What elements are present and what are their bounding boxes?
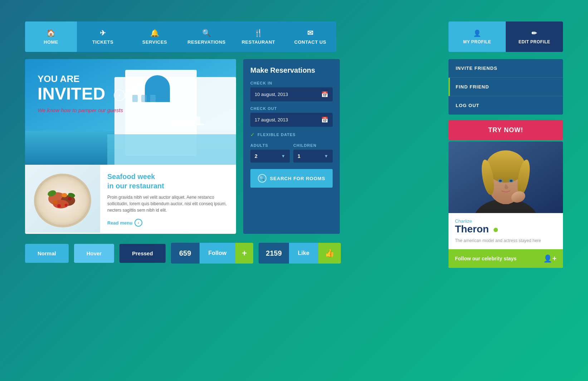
celebrity-last-name: Theron: [455, 224, 557, 235]
hero-text: YOU ARE INVITED › We know how to pamper …: [38, 73, 125, 113]
restaurant-icon: 🍴: [254, 29, 263, 37]
checkout-input[interactable]: 17 august, 2013 📅: [250, 113, 333, 127]
reservation-title: Make Reservations: [250, 66, 333, 74]
svg-point-32: [53, 201, 58, 204]
nav-label-services: SERVICES: [142, 39, 167, 45]
main-nav: 🏠 HOME ✈ TICKETS 🔔 SERVICES 🔍 RESERVATIO…: [25, 21, 336, 52]
svg-point-35: [68, 197, 72, 201]
svg-rect-17: [145, 88, 170, 102]
hero-tagline: We know how to pamper our guests: [38, 107, 125, 113]
news-content: Seafood weekin our restaurant Proin grav…: [100, 165, 236, 234]
adults-select[interactable]: 2 ▼: [250, 150, 290, 163]
nav-item-restaurant[interactable]: 🍴 RESTAURANT: [232, 21, 284, 52]
nav-item-reservations[interactable]: 🔍 RESERVATIONS: [181, 21, 232, 52]
my-profile-icon: 👤: [473, 29, 481, 37]
checkout-calendar-icon: 📅: [321, 116, 328, 123]
nav-item-contact[interactable]: ✉ CONTACT US: [284, 21, 336, 52]
checkin-calendar-icon: 📅: [321, 91, 328, 98]
home-icon: 🏠: [46, 29, 56, 37]
read-menu-link[interactable]: Read menu ›: [107, 219, 229, 227]
edit-profile-label: EDIT PROFILE: [519, 39, 550, 44]
checkin-label: CHECK IN: [250, 81, 333, 85]
checkout-value: 17 august, 2013: [255, 117, 288, 122]
pressed-button[interactable]: Pressed: [119, 244, 165, 263]
nav-label-tickets: TICKETS: [92, 39, 113, 45]
news-card: Seafood weekin our restaurant Proin grav…: [25, 165, 236, 234]
flexible-dates[interactable]: ✓ FLEXIBLE DATES: [250, 132, 333, 138]
my-profile-button[interactable]: 👤 MY PROFILE: [449, 21, 506, 52]
children-select[interactable]: 1 ▼: [293, 150, 333, 163]
adults-value: 2: [255, 153, 258, 159]
follow-plus-button[interactable]: +: [235, 243, 253, 264]
children-value: 1: [298, 153, 300, 159]
follow-count: 659: [171, 243, 200, 264]
try-now-button[interactable]: TRY NOW!: [449, 120, 563, 140]
nav-item-tickets[interactable]: ✈ TICKETS: [77, 21, 129, 52]
checkin-value: 10 august, 2013: [255, 92, 288, 97]
children-label: CHILDREN: [293, 143, 333, 148]
thumbs-up-icon: 👍: [325, 249, 334, 258]
news-image: [25, 165, 100, 233]
checkout-label: CHECK OUT: [250, 106, 333, 111]
hero-line2: INVITED ›: [38, 85, 125, 103]
celebrity-description: The american model and actress stayed he…: [455, 238, 557, 244]
celebrity-follow-label: Follow our celebrity stays: [455, 256, 516, 261]
nav-label-home: HOME: [44, 39, 58, 45]
sidebar-menu: INVITE FRIENDS FIND FRIEND LOG OUT: [449, 59, 563, 115]
like-thumb-button[interactable]: 👍: [318, 243, 341, 264]
celebrity-follow-bar[interactable]: Follow our celebrity stays 👤+: [449, 249, 563, 268]
svg-point-9: [499, 180, 502, 182]
nav-item-home[interactable]: 🏠 HOME: [25, 21, 77, 52]
read-menu-arrow: ›: [134, 219, 142, 227]
left-content: YOU ARE INVITED › We know how to pamper …: [25, 59, 236, 234]
hero-line1: YOU ARE: [38, 73, 125, 85]
sidebar-find-friend[interactable]: FIND FRIEND: [449, 78, 563, 96]
nav-label-restaurant: RESTAURANT: [242, 39, 275, 45]
follow-widget: 659 Follow +: [171, 243, 254, 264]
svg-point-34: [65, 204, 68, 207]
add-user-icon: 👤+: [543, 254, 557, 263]
tickets-icon: ✈: [100, 29, 106, 37]
sidebar-invite-friends[interactable]: INVITE FRIENDS: [449, 59, 563, 78]
like-count: 2159: [259, 243, 289, 264]
adults-dropdown-icon: ▼: [281, 154, 285, 159]
checkin-input[interactable]: 10 august, 2013 📅: [250, 87, 333, 101]
nav-item-services[interactable]: 🔔 SERVICES: [129, 21, 181, 52]
reservations-icon: 🔍: [202, 29, 211, 37]
sidebar-log-out[interactable]: LOG OUT: [449, 96, 563, 115]
svg-point-33: [57, 204, 61, 208]
edit-profile-icon: ✏: [531, 29, 537, 37]
reservation-panel: Make Reservations CHECK IN 10 august, 20…: [243, 59, 340, 234]
edit-profile-button[interactable]: ✏ EDIT PROFILE: [506, 21, 563, 52]
children-field: CHILDREN 1 ▼: [293, 143, 333, 163]
hero-arrow-button[interactable]: ›: [114, 90, 125, 101]
svg-rect-18: [107, 134, 236, 165]
flexible-dates-label: FLEXIBLE DATES: [258, 132, 296, 137]
celebrity-first-name: Charlize: [455, 218, 557, 224]
flexible-dates-check-icon: ✓: [250, 132, 255, 138]
svg-rect-23: [150, 95, 156, 102]
profile-nav: 👤 MY PROFILE ✏ EDIT PROFILE: [449, 21, 563, 52]
search-icon: 🔍: [258, 174, 266, 183]
nav-label-reservations: RESERVATIONS: [187, 39, 225, 45]
search-rooms-button[interactable]: 🔍 SEARCH FOR ROOMS: [250, 169, 333, 188]
like-button[interactable]: Like: [289, 243, 318, 264]
online-indicator: [494, 228, 498, 232]
hover-button[interactable]: Hover: [74, 244, 114, 263]
news-title: Seafood weekin our restaurant: [107, 172, 229, 190]
celebrity-info: Charlize Theron The american model and a…: [449, 213, 563, 249]
celebrity-card: Charlize Theron The american model and a…: [449, 141, 563, 268]
celebrity-image: [449, 141, 563, 213]
svg-point-31: [62, 193, 67, 197]
svg-rect-22: [141, 95, 147, 102]
adults-field: ADULTS 2 ▼: [250, 143, 290, 163]
news-text: Proin gravida nibh vel velit auctor aliq…: [107, 194, 229, 213]
search-button-label: SEARCH FOR ROOMS: [270, 176, 325, 181]
normal-button[interactable]: Normal: [25, 244, 69, 263]
svg-rect-19: [175, 124, 204, 125]
guests-row: ADULTS 2 ▼ CHILDREN 1 ▼: [250, 143, 333, 163]
svg-rect-20: [179, 116, 200, 124]
like-widget: 2159 Like 👍: [259, 243, 341, 264]
follow-button[interactable]: Follow: [200, 243, 236, 264]
children-dropdown-icon: ▼: [324, 154, 328, 159]
